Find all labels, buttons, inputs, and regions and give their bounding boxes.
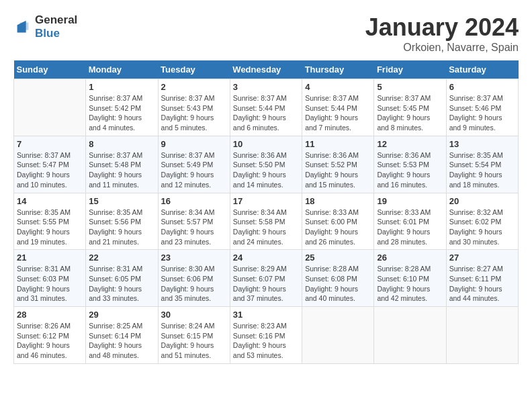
day-info: Sunrise: 8:35 AMSunset: 5:56 PMDaylight:…: [89, 208, 154, 247]
day-number: 24: [233, 253, 299, 263]
calendar-subtitle: Orkoien, Navarre, Spain: [365, 42, 519, 54]
day-number: 5: [377, 82, 443, 92]
calendar-cell: 29Sunrise: 8:25 AMSunset: 6:14 PMDayligh…: [86, 307, 158, 364]
calendar-cell: 6Sunrise: 8:37 AMSunset: 5:46 PMDaylight…: [446, 79, 518, 136]
day-info: Sunrise: 8:34 AMSunset: 5:58 PMDaylight:…: [233, 208, 299, 247]
day-number: 13: [449, 139, 515, 149]
day-info: Sunrise: 8:36 AMSunset: 5:52 PMDaylight:…: [305, 150, 371, 190]
calendar-cell: 22Sunrise: 8:31 AMSunset: 6:05 PMDayligh…: [86, 250, 158, 307]
calendar-header-row: SundayMondayTuesdayWednesdayThursdayFrid…: [14, 60, 519, 79]
header: General Blue January 2024 Orkoien, Navar…: [13, 13, 519, 54]
day-number: 22: [89, 253, 154, 263]
day-info: Sunrise: 8:37 AMSunset: 5:48 PMDaylight:…: [89, 150, 154, 190]
day-info: Sunrise: 8:31 AMSunset: 6:03 PMDaylight:…: [17, 264, 83, 304]
calendar-cell: 25Sunrise: 8:28 AMSunset: 6:08 PMDayligh…: [302, 250, 374, 307]
day-number: 28: [17, 310, 83, 320]
day-number: 25: [305, 253, 371, 263]
day-info: Sunrise: 8:23 AMSunset: 6:16 PMDaylight:…: [233, 321, 299, 361]
day-number: 17: [233, 196, 299, 206]
calendar-cell: 3Sunrise: 8:37 AMSunset: 5:44 PMDaylight…: [230, 79, 302, 136]
day-info: Sunrise: 8:37 AMSunset: 5:49 PMDaylight:…: [161, 150, 227, 190]
calendar-cell: 19Sunrise: 8:33 AMSunset: 6:01 PMDayligh…: [374, 193, 446, 250]
day-info: Sunrise: 8:29 AMSunset: 6:07 PMDaylight:…: [233, 264, 299, 304]
calendar-cell: 16Sunrise: 8:34 AMSunset: 5:57 PMDayligh…: [158, 193, 230, 250]
calendar-cell: 15Sunrise: 8:35 AMSunset: 5:56 PMDayligh…: [86, 193, 158, 250]
day-info: Sunrise: 8:35 AMSunset: 5:54 PMDaylight:…: [449, 150, 515, 190]
day-info: Sunrise: 8:26 AMSunset: 6:12 PMDaylight:…: [17, 321, 83, 361]
day-number: 16: [161, 196, 227, 206]
column-header-tuesday: Tuesday: [158, 60, 230, 79]
day-info: Sunrise: 8:37 AMSunset: 5:43 PMDaylight:…: [161, 93, 227, 133]
day-number: 12: [377, 139, 443, 149]
calendar-cell: [302, 307, 374, 364]
day-info: Sunrise: 8:34 AMSunset: 5:57 PMDaylight:…: [161, 208, 227, 247]
calendar-cell: 5Sunrise: 8:37 AMSunset: 5:45 PMDaylight…: [374, 79, 446, 136]
calendar-cell: 12Sunrise: 8:36 AMSunset: 5:53 PMDayligh…: [374, 136, 446, 193]
column-header-friday: Friday: [374, 60, 446, 79]
column-header-saturday: Saturday: [446, 60, 518, 79]
day-info: Sunrise: 8:33 AMSunset: 6:00 PMDaylight:…: [305, 208, 371, 247]
column-header-thursday: Thursday: [302, 60, 374, 79]
column-header-wednesday: Wednesday: [230, 60, 302, 79]
calendar-cell: 1Sunrise: 8:37 AMSunset: 5:42 PMDaylight…: [86, 79, 158, 136]
day-number: 18: [305, 196, 371, 206]
day-info: Sunrise: 8:33 AMSunset: 6:01 PMDaylight:…: [377, 208, 443, 247]
calendar-cell: 20Sunrise: 8:32 AMSunset: 6:02 PMDayligh…: [446, 193, 518, 250]
column-header-monday: Monday: [86, 60, 158, 79]
day-info: Sunrise: 8:37 AMSunset: 5:46 PMDaylight:…: [449, 93, 515, 133]
calendar-week-row: 28Sunrise: 8:26 AMSunset: 6:12 PMDayligh…: [14, 307, 519, 364]
calendar-week-row: 1Sunrise: 8:37 AMSunset: 5:42 PMDaylight…: [14, 79, 519, 136]
day-number: 15: [89, 196, 154, 206]
calendar-week-row: 7Sunrise: 8:37 AMSunset: 5:47 PMDaylight…: [14, 136, 519, 193]
calendar-cell: 23Sunrise: 8:30 AMSunset: 6:06 PMDayligh…: [158, 250, 230, 307]
day-info: Sunrise: 8:28 AMSunset: 6:08 PMDaylight:…: [305, 264, 371, 304]
day-number: 20: [449, 196, 515, 206]
calendar-cell: [446, 307, 518, 364]
day-number: 11: [305, 139, 371, 149]
calendar-table: SundayMondayTuesdayWednesdayThursdayFrid…: [13, 60, 519, 364]
day-number: 26: [377, 253, 443, 263]
calendar-cell: 4Sunrise: 8:37 AMSunset: 5:44 PMDaylight…: [302, 79, 374, 136]
day-number: 19: [377, 196, 443, 206]
calendar-cell: 8Sunrise: 8:37 AMSunset: 5:48 PMDaylight…: [86, 136, 158, 193]
day-number: 23: [161, 253, 227, 263]
day-info: Sunrise: 8:28 AMSunset: 6:10 PMDaylight:…: [377, 264, 443, 304]
logo-general: General: [35, 13, 77, 26]
day-number: 27: [449, 253, 515, 263]
logo-icon: [13, 17, 32, 36]
day-info: Sunrise: 8:25 AMSunset: 6:14 PMDaylight:…: [89, 321, 154, 361]
calendar-cell: 14Sunrise: 8:35 AMSunset: 5:55 PMDayligh…: [14, 193, 86, 250]
day-info: Sunrise: 8:36 AMSunset: 5:53 PMDaylight:…: [377, 150, 443, 190]
day-number: 10: [233, 139, 299, 149]
svg-marker-1: [17, 21, 26, 33]
column-header-sunday: Sunday: [14, 60, 86, 79]
calendar-week-row: 14Sunrise: 8:35 AMSunset: 5:55 PMDayligh…: [14, 193, 519, 250]
day-number: 9: [161, 139, 227, 149]
calendar-cell: 27Sunrise: 8:27 AMSunset: 6:11 PMDayligh…: [446, 250, 518, 307]
day-info: Sunrise: 8:35 AMSunset: 5:55 PMDaylight:…: [17, 208, 83, 247]
calendar-cell: 28Sunrise: 8:26 AMSunset: 6:12 PMDayligh…: [14, 307, 86, 364]
day-number: 6: [449, 82, 515, 92]
day-number: 21: [17, 253, 83, 263]
calendar-cell: 11Sunrise: 8:36 AMSunset: 5:52 PMDayligh…: [302, 136, 374, 193]
day-info: Sunrise: 8:37 AMSunset: 5:44 PMDaylight:…: [233, 93, 299, 133]
day-info: Sunrise: 8:24 AMSunset: 6:15 PMDaylight:…: [161, 321, 227, 361]
calendar-cell: 9Sunrise: 8:37 AMSunset: 5:49 PMDaylight…: [158, 136, 230, 193]
calendar-cell: 17Sunrise: 8:34 AMSunset: 5:58 PMDayligh…: [230, 193, 302, 250]
calendar-cell: 13Sunrise: 8:35 AMSunset: 5:54 PMDayligh…: [446, 136, 518, 193]
day-number: 30: [161, 310, 227, 320]
title-area: January 2024 Orkoien, Navarre, Spain: [365, 13, 519, 54]
calendar-cell: 7Sunrise: 8:37 AMSunset: 5:47 PMDaylight…: [14, 136, 86, 193]
day-number: 7: [17, 139, 83, 149]
calendar-cell: 24Sunrise: 8:29 AMSunset: 6:07 PMDayligh…: [230, 250, 302, 307]
day-number: 29: [89, 310, 154, 320]
day-info: Sunrise: 8:36 AMSunset: 5:50 PMDaylight:…: [233, 150, 299, 190]
calendar-cell: 31Sunrise: 8:23 AMSunset: 6:16 PMDayligh…: [230, 307, 302, 364]
day-info: Sunrise: 8:31 AMSunset: 6:05 PMDaylight:…: [89, 264, 154, 304]
calendar-cell: [374, 307, 446, 364]
logo-blue: Blue: [35, 27, 60, 40]
day-info: Sunrise: 8:32 AMSunset: 6:02 PMDaylight:…: [449, 208, 515, 247]
logo: General Blue: [13, 13, 77, 40]
day-number: 14: [17, 196, 83, 206]
calendar-cell: 30Sunrise: 8:24 AMSunset: 6:15 PMDayligh…: [158, 307, 230, 364]
